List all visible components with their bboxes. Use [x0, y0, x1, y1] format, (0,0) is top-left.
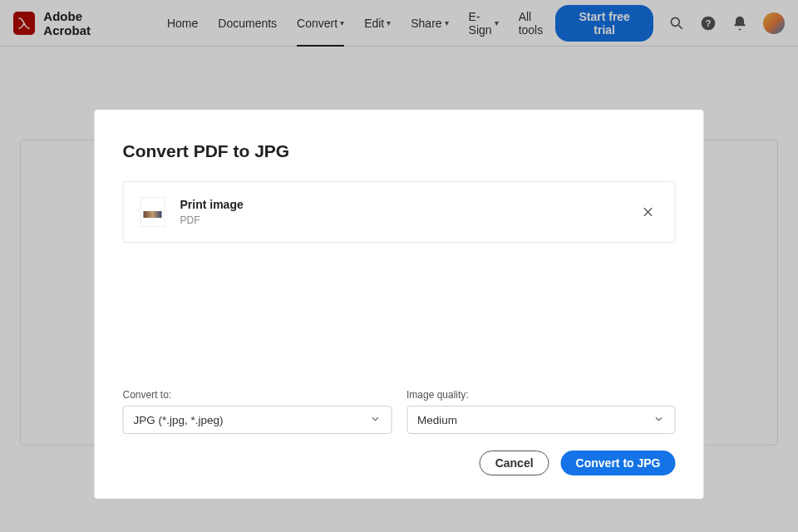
- convert-to-select[interactable]: JPG (*.jpg, *.jpeg): [123, 406, 392, 434]
- chevron-down-icon: [369, 413, 381, 427]
- chevron-down-icon: [653, 413, 665, 427]
- convert-button[interactable]: Convert to JPG: [561, 451, 676, 475]
- file-type: PDF: [180, 214, 623, 226]
- quality-select[interactable]: Medium: [406, 406, 676, 434]
- convert-modal: Convert PDF to JPG Print image PDF Conve…: [95, 110, 704, 499]
- file-thumbnail-icon: [140, 197, 165, 227]
- quality-label: Image quality:: [406, 389, 676, 401]
- select-value: Medium: [417, 414, 457, 426]
- file-name: Print image: [180, 198, 623, 211]
- remove-file-button[interactable]: [638, 202, 658, 222]
- cancel-button[interactable]: Cancel: [480, 451, 549, 475]
- modal-title: Convert PDF to JPG: [123, 141, 676, 161]
- select-value: JPG (*.jpg, *.jpeg): [134, 414, 224, 426]
- convert-to-label: Convert to:: [123, 389, 392, 401]
- file-card: Print image PDF: [123, 181, 676, 243]
